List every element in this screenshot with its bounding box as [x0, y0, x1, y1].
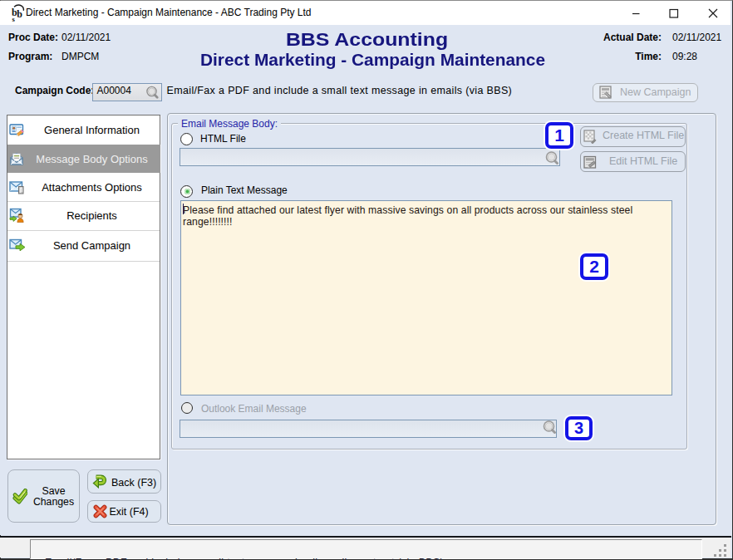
svg-text:b: b [17, 8, 22, 20]
